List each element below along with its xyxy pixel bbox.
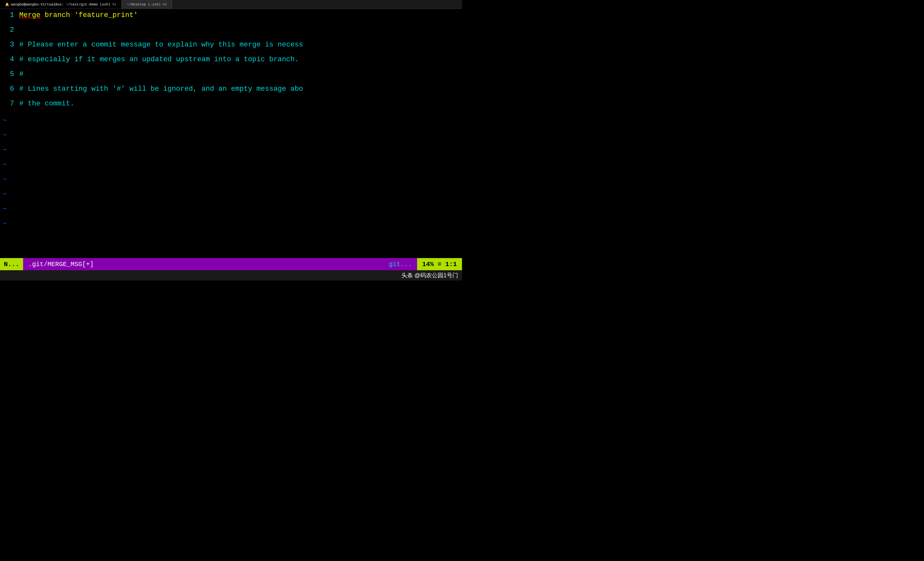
tilde-line-6: ~	[0, 187, 462, 202]
editor-line-5: 5 #	[0, 69, 462, 84]
line-content-1: Merge branch 'feature_print'	[19, 10, 138, 21]
editor-line-7: 7 # the commit.	[0, 99, 462, 114]
line-content-5: #	[19, 69, 23, 79]
status-filename: .git/MERGE_MSG[+]	[23, 258, 384, 270]
line-number-7: 7	[3, 99, 14, 109]
editor-line-4: 4 # especially if it merges an updated u…	[0, 54, 462, 69]
bell-icon: 🔔	[5, 3, 9, 6]
line-content-6: # Lines starting with '#' will be ignore…	[19, 84, 303, 94]
line-content-7: # the commit.	[19, 99, 74, 109]
status-position: 14% ≡ 1:1	[417, 258, 462, 270]
tab-2[interactable]: ~/Desktop (-zsh) ⌘2	[122, 0, 172, 9]
status-mode: N...	[0, 258, 23, 270]
line-number-1: 1	[3, 10, 14, 21]
tab-bar: 🔔 wangbo@wangbo-VirtualBox: ~/test/git-d…	[0, 0, 462, 9]
watermark-text: 头条 @码农公园1号门	[401, 272, 458, 278]
editor-line-6: 6 # Lines starting with '#' will be igno…	[0, 84, 462, 99]
line-number-2: 2	[3, 25, 14, 35]
terminal-wrapper: 🔔 wangbo@wangbo-VirtualBox: ~/test/git-d…	[0, 0, 462, 280]
tab-1[interactable]: 🔔 wangbo@wangbo-VirtualBox: ~/test/git-d…	[0, 0, 122, 9]
tilde-line-1: ~	[0, 114, 462, 128]
editor-line-3: 3 # Please enter a commit message to exp…	[0, 40, 462, 54]
editor-line-1: 1 Merge branch 'feature_print'	[0, 10, 462, 25]
line-number-5: 5	[3, 69, 14, 79]
tab-2-shortcut: ⌘2	[163, 3, 166, 6]
editor-area: 1 Merge branch 'feature_print' 2 3 # Ple…	[0, 9, 462, 258]
status-bar: N... .git/MERGE_MSG[+] git... 14% ≡ 1:1	[0, 258, 462, 270]
tilde-line-7: ~	[0, 202, 462, 217]
line-content-3: # Please enter a commit message to expla…	[19, 40, 303, 50]
tilde-line-3: ~	[0, 143, 462, 158]
line-number-4: 4	[3, 54, 14, 65]
tilde-line-5: ~	[0, 172, 462, 187]
bottom-watermark: 头条 @码农公园1号门	[0, 270, 462, 280]
line-number-6: 6	[3, 84, 14, 94]
tab-1-shortcut: ⌘1	[112, 3, 116, 6]
tilde-line-2: ~	[0, 128, 462, 143]
line-number-3: 3	[3, 40, 14, 50]
tilde-line-4: ~	[0, 158, 462, 172]
status-git: git...	[384, 258, 417, 270]
tilde-line-8: ~	[0, 217, 462, 232]
editor-line-2: 2	[0, 25, 462, 40]
line-content-4: # especially if it merges an updated ups…	[19, 54, 299, 65]
tab-2-title: ~/Desktop (-zsh)	[127, 3, 161, 6]
tab-1-title: wangbo@wangbo-VirtualBox: ~/test/git-dem…	[11, 3, 110, 6]
